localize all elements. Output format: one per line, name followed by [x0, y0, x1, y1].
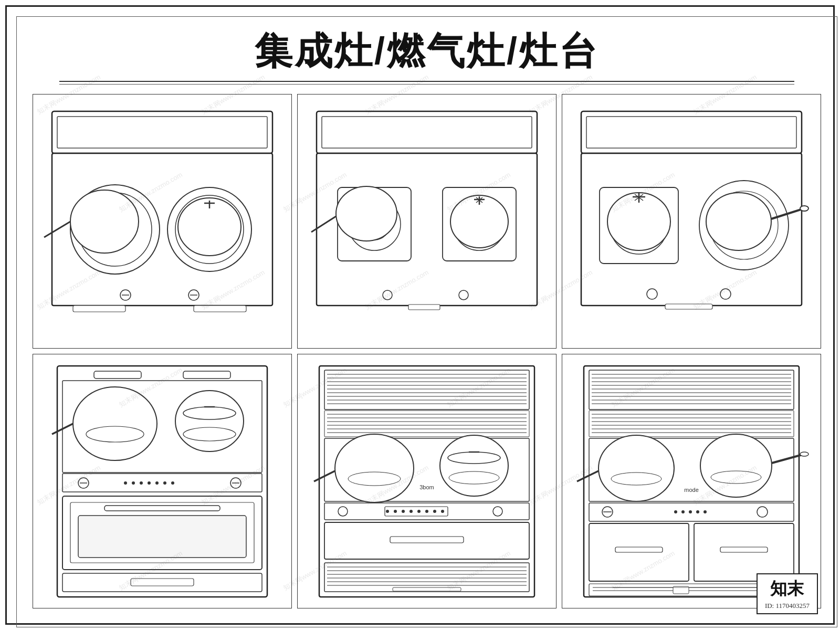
svg-point-172 [696, 510, 699, 513]
svg-point-76 [132, 481, 135, 485]
svg-rect-63 [183, 371, 230, 379]
svg-point-126 [433, 510, 436, 513]
svg-point-169 [674, 510, 677, 513]
svg-point-38 [383, 290, 392, 300]
svg-point-170 [681, 510, 685, 513]
svg-text:3bom: 3bom [419, 484, 434, 490]
svg-point-173 [704, 510, 707, 513]
svg-point-125 [425, 510, 428, 513]
svg-rect-138 [393, 587, 461, 591]
svg-point-75 [124, 481, 127, 485]
svg-point-118 [338, 507, 348, 516]
appliance-bottom-left [33, 354, 292, 608]
svg-point-57 [800, 206, 808, 211]
svg-point-27 [336, 186, 397, 241]
svg-point-77 [140, 481, 143, 485]
svg-point-124 [417, 510, 421, 513]
svg-point-80 [163, 481, 166, 485]
svg-point-65 [73, 387, 157, 460]
title-underline2 [59, 84, 794, 85]
svg-rect-40 [408, 304, 440, 310]
svg-rect-62 [94, 371, 141, 379]
svg-point-158 [598, 435, 674, 501]
svg-rect-21 [322, 117, 532, 148]
logo-box: 知末 ID: 1170403257 [757, 573, 818, 614]
svg-point-127 [441, 510, 444, 513]
appliance-top-left [33, 94, 292, 349]
svg-rect-130 [390, 537, 464, 543]
inner-border: 知末网www.znzmo.com 知末网www.znzmo.com 知末网www… [16, 16, 837, 627]
svg-point-55 [706, 193, 771, 250]
svg-point-59 [720, 289, 731, 299]
logo-name: 知末 [770, 578, 804, 601]
svg-rect-177 [615, 547, 663, 552]
logo-area: 知末 ID: 1170403257 [757, 573, 818, 614]
svg-point-171 [689, 510, 692, 513]
appliance-bottom-center: 3bom [297, 354, 556, 608]
svg-point-128 [493, 507, 502, 516]
svg-point-123 [410, 510, 413, 513]
svg-point-79 [155, 481, 159, 485]
svg-point-69 [183, 407, 236, 419]
title-underline [59, 81, 794, 82]
svg-point-71 [183, 427, 236, 441]
svg-rect-18 [73, 306, 125, 312]
svg-point-58 [647, 289, 657, 299]
logo-id: ID: 1170403257 [765, 602, 810, 610]
content-grid: 3bom [17, 89, 837, 614]
svg-point-174 [757, 507, 768, 517]
svg-point-164 [711, 471, 761, 484]
svg-point-78 [148, 481, 151, 485]
svg-point-81 [171, 481, 174, 485]
svg-point-111 [348, 472, 401, 486]
svg-point-120 [386, 510, 389, 513]
svg-rect-178 [720, 547, 768, 552]
svg-rect-89 [131, 579, 194, 586]
svg-point-112 [440, 435, 508, 496]
svg-rect-86 [104, 506, 220, 511]
svg-point-113 [448, 452, 500, 464]
appliance-top-right [562, 94, 821, 349]
svg-rect-1 [57, 117, 267, 148]
svg-point-68 [175, 391, 244, 452]
svg-point-67 [86, 426, 144, 442]
svg-point-160 [611, 472, 662, 485]
svg-rect-42 [586, 117, 796, 148]
svg-text:mode: mode [684, 487, 699, 493]
svg-rect-60 [665, 304, 712, 309]
svg-point-121 [394, 510, 397, 513]
svg-point-109 [335, 434, 414, 502]
appliance-bottom-right: mode [562, 354, 821, 608]
appliance-top-center [297, 94, 556, 349]
svg-point-122 [402, 510, 405, 513]
page-title: 集成灶/燃气灶/灶台 [17, 17, 837, 77]
svg-point-115 [449, 471, 499, 484]
svg-rect-87 [78, 516, 246, 558]
svg-rect-19 [194, 306, 246, 312]
svg-point-163 [800, 452, 808, 456]
outer-border: 知末网www.znzmo.com 知末网www.znzmo.com 知末网www… [5, 5, 835, 625]
svg-point-6 [70, 190, 139, 253]
svg-point-161 [700, 434, 772, 497]
svg-point-39 [459, 290, 468, 300]
